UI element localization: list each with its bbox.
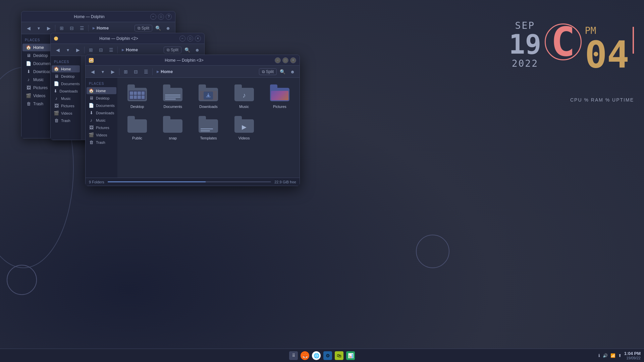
back-btn-1[interactable]: ◀ — [24, 24, 33, 33]
sidebar-item-documents-3[interactable]: 📄 Documents — [87, 102, 116, 109]
back-btn-3[interactable]: ◀ — [88, 67, 97, 76]
sidebar-item-trash-2[interactable]: 🗑 Trash — [52, 117, 80, 124]
file-item-documents[interactable]: Documents — [156, 80, 190, 111]
sidebar-item-music-3[interactable]: ♪ Music — [87, 117, 116, 124]
sidebar-item-pictures-2[interactable]: 🖼 Pictures — [52, 102, 80, 109]
grid-view-btn-2[interactable]: ⊞ — [87, 46, 95, 54]
path-bar-1[interactable]: ▶ Home — [91, 25, 133, 31]
sidebar-item-downloads-3[interactable]: ⬇ Downloads — [87, 109, 116, 116]
folder-btn-2[interactable] — [54, 37, 58, 41]
sidebar-label-videos-3: Videos — [96, 133, 114, 137]
path-home-2: Home — [126, 47, 138, 52]
monitor-icon[interactable]: 📊 — [346, 351, 355, 360]
split-btn-2[interactable]: ⧉ Split — [164, 47, 181, 53]
sidebar-label-videos-2: Videos — [61, 111, 78, 115]
store-icon[interactable]: 🛍 — [335, 351, 343, 360]
grid-view-btn-3[interactable]: ⊞ — [121, 67, 130, 76]
videos-icon-1: 🎬 — [26, 93, 31, 98]
chrome-icon[interactable]: 🌐 — [312, 351, 321, 360]
taskbar-time: 1:04 PM — [624, 351, 641, 356]
file-item-public[interactable]: Public — [120, 112, 154, 142]
path-bar-2[interactable]: ▶ Home — [120, 47, 162, 52]
close-btn-2[interactable]: × — [195, 36, 201, 42]
app-grid-icon[interactable]: ⠿ — [289, 351, 298, 360]
sidebar-label-music-3: Music — [96, 118, 114, 122]
sidebar-item-home-3[interactable]: 🏠 Home — [87, 87, 116, 94]
list-view-btn-2[interactable]: ☰ — [107, 46, 115, 54]
sidebar-item-videos-3[interactable]: 🎬 Videos — [87, 131, 116, 138]
sidebar-item-documents-2[interactable]: 📄 Documents — [52, 80, 80, 87]
list-view-btn-3[interactable]: ☰ — [142, 67, 150, 76]
sidebar-item-trash-3[interactable]: 🗑 Trash — [87, 139, 116, 146]
split-btn-3[interactable]: ⧉ Split — [259, 68, 277, 75]
split-label-2: Split — [171, 48, 178, 52]
forward-btn-2[interactable]: ▶ — [73, 46, 82, 54]
help-btn-1[interactable]: ? — [166, 14, 172, 20]
search-btn-1[interactable]: 🔍 — [154, 24, 162, 33]
icon-view-btn-3[interactable]: ⊟ — [131, 67, 140, 76]
file-item-downloads[interactable]: Downloads — [191, 80, 225, 111]
status-free: 22.9 GiB free — [274, 180, 296, 184]
sidebar-item-home-2[interactable]: 🏠 Home — [52, 65, 80, 72]
max-btn-2[interactable]: □ — [187, 36, 193, 42]
firefox-icon[interactable]: 🦊 — [301, 351, 309, 360]
min-btn-1[interactable]: − — [150, 14, 156, 20]
close-btn-3[interactable]: × — [290, 57, 296, 63]
search-btn-2[interactable]: 🔍 — [183, 46, 192, 54]
file-item-desktop[interactable]: Desktop — [120, 80, 154, 111]
nav-down-2[interactable]: ▾ — [63, 46, 72, 54]
icon-view-btn-1[interactable]: ⊟ — [67, 24, 76, 33]
folder-indicator-3[interactable]: 🏠 — [89, 58, 94, 63]
settings-icon[interactable]: ⚙ — [323, 351, 332, 360]
menu-btn-1[interactable]: ☻ — [164, 24, 172, 33]
toolbar-1: ◀ ▾ ▶ ⊞ ⊟ ☰ ▶ Home ⧉ Split 🔍 ☻ — [21, 22, 175, 34]
sidebar-title-2: Places — [51, 59, 81, 65]
file-item-music[interactable]: ♪ Music — [227, 80, 261, 111]
menu-btn-2[interactable]: ☻ — [193, 46, 202, 54]
min-btn-3[interactable]: − — [275, 57, 281, 63]
file-item-pictures[interactable]: Pictures — [263, 80, 297, 111]
decorative-circle-bottom-left — [7, 265, 37, 295]
nav-down-1[interactable]: ▾ — [34, 24, 43, 33]
min-btn-2[interactable]: − — [179, 36, 185, 42]
tray-arrow-icon[interactable]: ⬆ — [618, 353, 622, 358]
toolbar-actions-1: ⧉ Split 🔍 ☻ — [135, 24, 172, 33]
sidebar-item-pictures-3[interactable]: 🖼 Pictures — [87, 124, 116, 131]
sidebar-item-downloads-2[interactable]: ⬇ Downloads — [52, 87, 80, 95]
window-controls-right-1: − □ ? — [150, 14, 172, 20]
menu-btn-3[interactable]: ☻ — [288, 67, 297, 76]
file-item-snap[interactable]: snap — [156, 112, 190, 142]
tray-info-icon[interactable]: ℹ — [598, 353, 600, 358]
max-btn-1[interactable]: □ — [158, 14, 164, 20]
sep-4 — [117, 47, 118, 53]
sidebar-item-music-2[interactable]: ♪ Music — [52, 95, 80, 102]
icon-view-btn-2[interactable]: ⊟ — [97, 46, 105, 54]
file-item-videos[interactable]: ▶ Videos — [227, 112, 261, 142]
desktop-icon-2: 🖥 — [54, 74, 59, 79]
file-label-videos: Videos — [238, 136, 250, 140]
tray-network-icon[interactable]: 📶 — [610, 353, 615, 358]
split-btn-1[interactable]: ⧉ Split — [135, 25, 152, 32]
sidebar-item-desktop-2[interactable]: 🖥 Desktop — [52, 73, 80, 80]
window-title-1: Home — Dolphin — [28, 14, 150, 19]
nav-down-3[interactable]: ▾ — [98, 67, 107, 76]
search-btn-3[interactable]: 🔍 — [278, 67, 287, 76]
toolbar-actions-3: ⧉ Split 🔍 ☻ — [259, 67, 297, 76]
title-bar-3: 🏠 Home — Dolphin <3> − □ × — [86, 55, 300, 66]
sidebar-item-videos-2[interactable]: 🎬 Videos — [52, 110, 80, 117]
max-btn-3[interactable]: □ — [282, 57, 288, 63]
close-btn-1[interactable] — [25, 15, 28, 18]
sidebar-label-trash-2: Trash — [61, 119, 78, 123]
sidebar-label-pictures-2: Pictures — [61, 104, 78, 108]
sidebar-item-desktop-3[interactable]: 🖥 Desktop — [87, 95, 116, 102]
file-item-templates[interactable]: Templates — [191, 112, 225, 142]
tray-volume-icon[interactable]: 🔊 — [603, 353, 608, 358]
forward-btn-3[interactable]: ▶ — [108, 67, 117, 76]
grid-view-btn-1[interactable]: ⊞ — [57, 24, 66, 33]
forward-btn-1[interactable]: ▶ — [44, 24, 53, 33]
path-bar-3[interactable]: ▶ Home — [155, 69, 258, 74]
back-btn-2[interactable]: ◀ — [53, 46, 62, 54]
list-view-btn-1[interactable]: ☰ — [77, 24, 86, 33]
sep-2 — [88, 25, 89, 32]
sidebar-label-documents-2: Documents — [61, 82, 80, 86]
